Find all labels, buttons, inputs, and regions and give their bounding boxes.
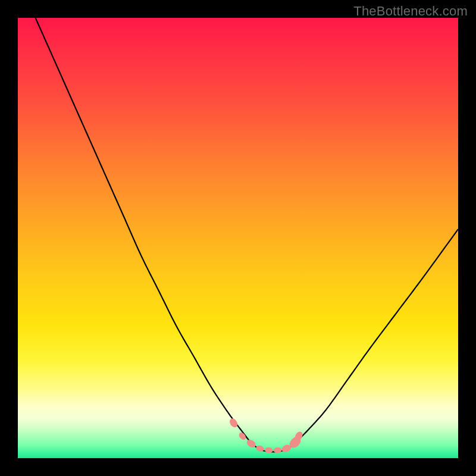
plot-area [18, 18, 458, 458]
chart-frame: TheBottleneck.com [0, 0, 476, 476]
curve-marker [265, 447, 273, 453]
highlighted-points [228, 417, 304, 453]
curve-marker [273, 447, 281, 453]
curve-marker [245, 438, 257, 449]
bottleneck-curve [36, 18, 458, 452]
chart-svg [18, 18, 458, 458]
curve-marker [228, 417, 239, 429]
curve-marker [255, 444, 265, 453]
watermark-text: TheBottleneck.com [353, 4, 468, 19]
